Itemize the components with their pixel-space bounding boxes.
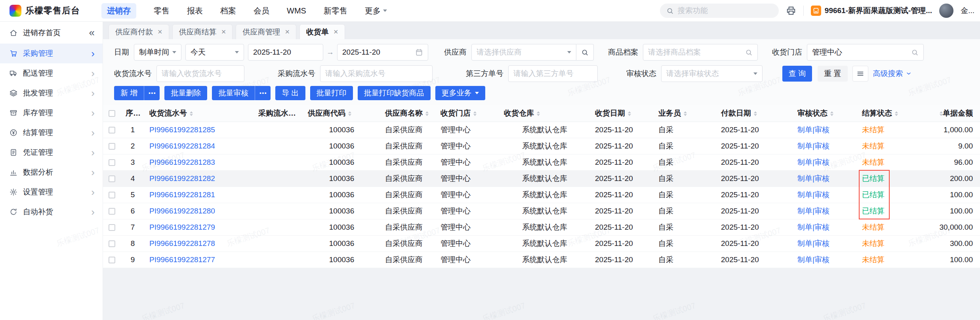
- row-checkbox[interactable]: [109, 192, 115, 198]
- table-row[interactable]: 1 PI99661992281285 100036 自采供应商 管理中心 系统默…: [103, 122, 980, 138]
- audit-actions-link[interactable]: 制单|审核: [797, 158, 829, 166]
- table-row[interactable]: 5 PI99661992281281 100036 自采供应商 管理中心 系统默…: [103, 187, 980, 203]
- sidebar-item-purchase[interactable]: 采购管理 ›: [0, 44, 103, 63]
- purchase-no-input[interactable]: 请输入采购流水号: [320, 65, 433, 82]
- advanced-search-link[interactable]: 高级搜索: [873, 69, 912, 79]
- col-receive-date[interactable]: 收货日期: [590, 105, 654, 122]
- sidebar-item-auto-replenish[interactable]: 自动补货 ›: [0, 202, 103, 222]
- receipt-no-input[interactable]: 请输入收货流水号: [156, 65, 244, 82]
- close-icon[interactable]: ×: [158, 27, 162, 36]
- goods-input[interactable]: 请选择商品档案: [643, 44, 758, 61]
- global-search-input[interactable]: 搜索功能: [660, 4, 779, 18]
- tab-supplier-payment[interactable]: 供应商付款×: [109, 24, 169, 39]
- reset-button[interactable]: 重 置: [818, 66, 847, 82]
- row-checkbox[interactable]: [109, 127, 115, 133]
- nav-item-retail[interactable]: 零售: [154, 6, 170, 16]
- receipt-no-link[interactable]: PI99661992281280: [149, 207, 215, 215]
- store-selector[interactable]: 99661-新界面果蔬版测试-管理...: [811, 6, 932, 16]
- sidebar-item-wholesale[interactable]: 批发管理 ›: [0, 83, 103, 103]
- table-row[interactable]: 4 PI99661992281282 100036 自采供应商 管理中心 系统默…: [103, 170, 980, 187]
- batch-print-button[interactable]: 批量打印: [310, 86, 353, 100]
- table-row[interactable]: 2 PI99661992281284 100036 自采供应商 管理中心 系统默…: [103, 138, 980, 154]
- receipt-no-link[interactable]: PI99661992281283: [149, 158, 215, 166]
- col-receipt-no[interactable]: 收货流水号: [145, 105, 254, 122]
- third-party-input[interactable]: 请输入第三方单号: [508, 65, 598, 82]
- user-avatar[interactable]: [939, 4, 953, 18]
- table-row[interactable]: 6 PI99661992281280 100036 自采供应商 管理中心 系统默…: [103, 203, 980, 219]
- col-supplier-code[interactable]: 供应商代码: [303, 105, 380, 122]
- row-checkbox[interactable]: [109, 240, 115, 247]
- tab-supplier-settlement[interactable]: 供应商结算×: [172, 24, 233, 39]
- col-salesman[interactable]: 业务员: [654, 105, 716, 122]
- supplier-search-button[interactable]: [576, 44, 594, 61]
- nav-item-purchase-sale-stock[interactable]: 进销存: [101, 3, 136, 19]
- sidebar-item-analytics[interactable]: 数据分析 ›: [0, 162, 103, 182]
- query-button[interactable]: 查 询: [782, 66, 812, 82]
- audit-actions-link[interactable]: 制单|审核: [797, 239, 829, 248]
- audit-actions-link[interactable]: 制单|审核: [797, 207, 829, 215]
- user-name[interactable]: 金...: [961, 6, 974, 16]
- audit-status-select[interactable]: 请选择审核状态: [661, 65, 763, 82]
- receipt-no-link[interactable]: PI99661992281285: [149, 126, 215, 134]
- export-button[interactable]: 导 出: [275, 86, 305, 100]
- receipt-no-link[interactable]: PI99661992281278: [149, 239, 215, 248]
- audit-actions-link[interactable]: 制单|审核: [797, 255, 829, 264]
- receipt-no-link[interactable]: PI99661992281279: [149, 223, 215, 231]
- nav-item-members[interactable]: 会员: [254, 6, 269, 16]
- add-more-options-button[interactable]: ⋯: [144, 86, 160, 100]
- sidebar-item-voucher[interactable]: 凭证管理 ›: [0, 143, 103, 162]
- batch-print-oos-button[interactable]: 批量打印缺货商品: [358, 86, 431, 100]
- supplier-select[interactable]: 请选择供应商: [471, 44, 576, 61]
- row-checkbox[interactable]: [109, 208, 115, 215]
- more-business-button[interactable]: 更多业务: [435, 86, 485, 100]
- row-checkbox[interactable]: [109, 143, 115, 150]
- close-icon[interactable]: ×: [221, 27, 226, 36]
- receive-store-input[interactable]: 管理中心: [807, 44, 924, 61]
- column-settings-button[interactable]: [852, 66, 868, 82]
- receipt-no-link[interactable]: PI99661992281282: [149, 174, 215, 183]
- table-row[interactable]: 7 PI99661992281279 100036 自采供应商 管理中心 系统默…: [103, 219, 980, 235]
- col-purchase-no[interactable]: 采购流水号: [254, 105, 303, 122]
- sidebar-collapse-icon[interactable]: «: [89, 27, 95, 39]
- sidebar-item-inventory[interactable]: 库存管理 ›: [0, 103, 103, 123]
- nav-item-wms[interactable]: WMS: [287, 6, 306, 15]
- batch-audit-button[interactable]: 批量审核: [212, 86, 255, 100]
- tab-receipt-order[interactable]: 收货单×: [299, 24, 345, 39]
- row-checkbox[interactable]: [109, 257, 115, 263]
- col-pay-date[interactable]: 付款日期: [716, 105, 793, 122]
- select-all-checkbox[interactable]: [109, 110, 115, 117]
- sidebar-item-distribution[interactable]: 配送管理 ›: [0, 63, 103, 83]
- nav-item-new-retail[interactable]: 新零售: [324, 6, 347, 16]
- batch-delete-button[interactable]: 批量删除: [164, 86, 207, 100]
- col-settle-status[interactable]: 结算状态: [857, 105, 909, 122]
- col-supplier-name[interactable]: 供应商名称: [380, 105, 436, 122]
- row-checkbox[interactable]: [109, 175, 115, 182]
- sidebar-item-settlement[interactable]: 结算管理 ›: [0, 123, 103, 143]
- col-warehouse[interactable]: 收货仓库: [499, 105, 590, 122]
- sidebar-item-settings[interactable]: 设置管理 ›: [0, 182, 103, 202]
- col-amount[interactable]: 单据金额: [909, 105, 980, 122]
- close-icon[interactable]: ×: [285, 27, 290, 36]
- sidebar-home[interactable]: 进销存首页 «: [0, 22, 103, 44]
- date-type-select[interactable]: 制单时间: [134, 44, 181, 61]
- close-icon[interactable]: ×: [334, 27, 338, 36]
- date-to-input[interactable]: 2025-11-20: [337, 44, 428, 61]
- row-checkbox[interactable]: [109, 224, 115, 231]
- audit-actions-link[interactable]: 制单|审核: [797, 190, 829, 199]
- audit-actions-link[interactable]: 制单|审核: [797, 223, 829, 231]
- col-audit-status[interactable]: 审核状态: [793, 105, 857, 122]
- audit-actions-link[interactable]: 制单|审核: [797, 174, 829, 183]
- table-row[interactable]: 3 PI99661992281283 100036 自采供应商 管理中心 系统默…: [103, 154, 980, 170]
- add-button[interactable]: 新 增: [114, 86, 144, 100]
- col-receive-store[interactable]: 收货门店: [436, 105, 499, 122]
- table-row[interactable]: 8 PI99661992281278 100036 自采供应商 管理中心 系统默…: [103, 235, 980, 251]
- receipt-no-link[interactable]: PI99661992281277: [149, 255, 215, 264]
- receipt-no-link[interactable]: PI99661992281281: [149, 190, 215, 199]
- nav-item-archives[interactable]: 档案: [220, 6, 236, 16]
- receipt-no-link[interactable]: PI99661992281284: [149, 142, 215, 150]
- audit-actions-link[interactable]: 制单|审核: [797, 142, 829, 150]
- nav-item-reports[interactable]: 报表: [187, 6, 203, 16]
- batch-audit-more-options-button[interactable]: ⋯: [255, 86, 271, 100]
- date-from-input[interactable]: 2025-11-20: [248, 44, 323, 61]
- printer-icon[interactable]: [786, 6, 796, 16]
